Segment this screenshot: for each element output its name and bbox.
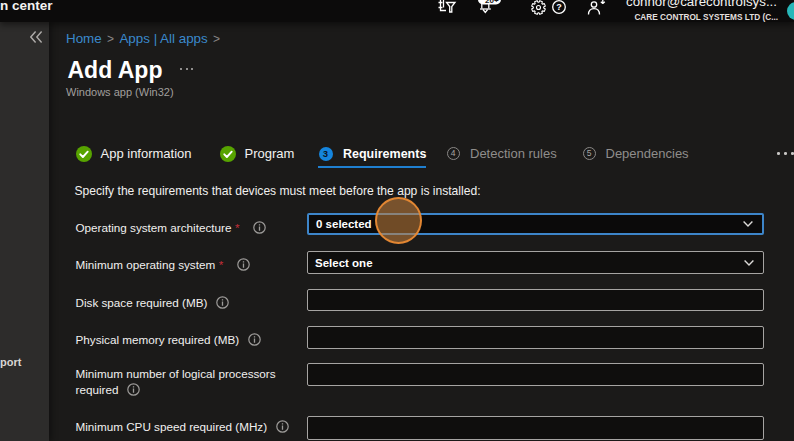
- svg-text:?: ?: [556, 2, 562, 12]
- svg-text:20+: 20+: [485, 0, 499, 5]
